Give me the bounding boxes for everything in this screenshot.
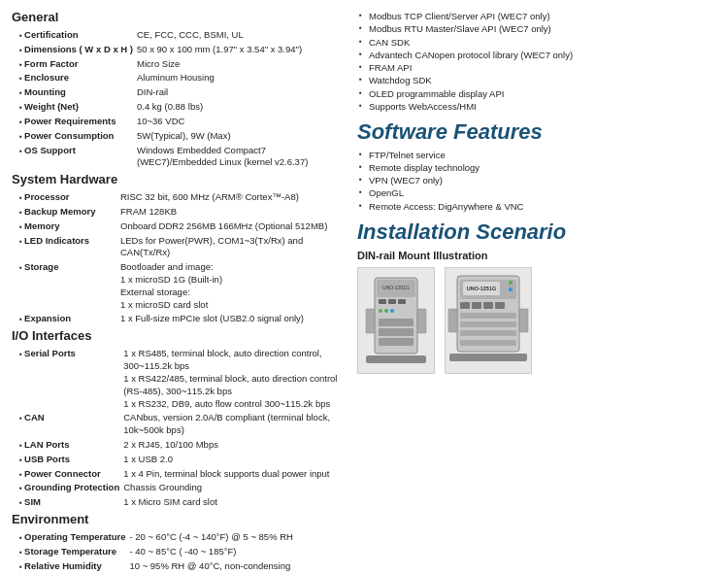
spec-value: RISC 32 bit, 600 MHz (ARM® Cortex™-A8) [118, 190, 342, 205]
table-row: Grounding ProtectionChassis Grounding [12, 481, 342, 495]
software-features-section: Software Features FTP/Telnet serviceRemo… [357, 120, 716, 213]
svg-rect-25 [460, 321, 516, 327]
svg-rect-10 [379, 328, 414, 336]
system-hardware-title: System Hardware [12, 172, 342, 186]
spec-label: LAN Ports [12, 438, 121, 453]
spec-label: Power Connector [12, 467, 121, 482]
table-row: StorageBootloader and image: 1 x microSD… [12, 260, 342, 312]
spec-value: Chassis Grounding [121, 481, 342, 495]
svg-rect-26 [460, 330, 516, 336]
spec-value: CANbus, version 2.0A/B compliant (termin… [121, 411, 342, 438]
spec-label: CAN [12, 411, 121, 438]
spec-value: 2 x RJ45, 10/100 Mbps [121, 438, 342, 453]
list-item: FRAM API [357, 61, 716, 74]
svg-rect-0 [366, 355, 426, 363]
environment-table: Operating Temperature- 20 ~ 60°C (-4 ~ 1… [12, 530, 342, 574]
list-item: Watchdog SDK [357, 74, 716, 86]
svg-rect-9 [379, 319, 414, 326]
device-image-left: UNO-1251G [357, 267, 435, 374]
spec-label: Storage Temperature [12, 545, 127, 559]
device-image-right: UNO-1251G [445, 267, 532, 374]
spec-label: Serial Ports [12, 347, 121, 411]
din-rail-illustration: UNO-1251G [357, 267, 716, 374]
spec-label: Grounding Protection [12, 481, 121, 495]
spec-value: 1 x Full-size mPCIe slot (USB2.0 signal … [118, 312, 342, 326]
spec-label: LED Indicators [12, 234, 118, 261]
spec-label: Enclosure [12, 71, 135, 85]
spec-label: Operating Temperature [12, 530, 127, 545]
svg-rect-23 [495, 302, 505, 309]
spec-label: Memory [12, 219, 118, 234]
svg-rect-30 [448, 309, 457, 332]
spec-label: Expansion [12, 312, 118, 326]
table-row: MountingDIN-rail [12, 85, 342, 100]
spec-value: 1 x RS485, terminal block, auto directio… [121, 347, 342, 411]
system-hardware-table: ProcessorRISC 32 bit, 600 MHz (ARM® Cort… [12, 190, 342, 326]
spec-value: 10~36 VDC [135, 115, 342, 129]
svg-rect-4 [388, 299, 396, 304]
svg-rect-24 [460, 313, 516, 319]
spec-value: Aluminum Housing [135, 71, 342, 85]
table-row: Power Requirements10~36 VDC [12, 115, 342, 129]
spec-label: SIM [12, 495, 121, 510]
spec-label: Dimensions ( W x D x H ) [12, 43, 135, 57]
table-row: USB Ports1 x USB 2.0 [12, 453, 342, 467]
spec-value: 1 x 4 Pin, terminal block supports dual … [121, 467, 342, 482]
io-interfaces-title: I/O Interfaces [12, 328, 342, 343]
table-row: LAN Ports2 x RJ45, 10/100 Mbps [12, 438, 342, 453]
din-rail-subtitle: DIN-rail Mount Illustration [357, 250, 716, 261]
spec-label: OS Support [12, 144, 135, 171]
list-item: OLED programmable display API [357, 87, 716, 100]
environment-section: Environment Operating Temperature- 20 ~ … [12, 512, 342, 574]
table-row: LED IndicatorsLEDs for Power(PWR), COM1~… [12, 234, 342, 261]
spec-value: 1 x USB 2.0 [121, 453, 342, 467]
device-svg-left: UNO-1251G [361, 270, 431, 372]
spec-value: - 20 ~ 60°C (-4 ~ 140°F) @ 5 ~ 85% RH [127, 530, 342, 545]
svg-point-8 [390, 309, 394, 313]
installation-scenario-title: Installation Scenario [357, 220, 716, 244]
svg-rect-21 [472, 302, 481, 309]
svg-point-29 [509, 287, 513, 291]
spec-label: Weight (Net) [12, 100, 135, 115]
spec-value: 10 ~ 95% RH @ 40°C, non-condensing [127, 559, 342, 574]
list-item: Modbus RTU Master/Slave API (WEC7 only) [357, 22, 716, 35]
environment-title: Environment [12, 512, 342, 526]
spec-label: Power Consumption [12, 129, 135, 144]
table-row: CANCANbus, version 2.0A/B compliant (ter… [12, 411, 342, 438]
table-row: OS SupportWindows Embedded Compact7 (WEC… [12, 144, 342, 171]
spec-value: 50 x 90 x 100 mm (1.97" x 3.54" x 3.94") [135, 43, 342, 57]
table-row: Form FactorMicro Size [12, 57, 342, 72]
spec-label: Certification [12, 28, 135, 43]
spec-label: Mounting [12, 85, 135, 100]
api-bullets-list: Modbus TCP Client/Server API (WEC7 only)… [357, 10, 716, 113]
list-item: OpenGL [357, 186, 716, 199]
svg-rect-3 [379, 299, 386, 304]
general-title: General [12, 10, 342, 24]
spec-label: Storage [12, 260, 118, 312]
general-table: CertificationCE, FCC, CCC, BSMI, ULDimen… [12, 28, 342, 170]
list-item: Remote display technology [357, 161, 716, 174]
table-row: ProcessorRISC 32 bit, 600 MHz (ARM® Cort… [12, 190, 342, 205]
table-row: SIM1 x Micro SIM card slot [12, 495, 342, 510]
table-row: Weight (Net)0.4 kg (0.88 lbs) [12, 100, 342, 115]
spec-value: DIN-rail [135, 85, 342, 100]
svg-text:UNO-1251G: UNO-1251G [382, 285, 410, 290]
spec-label: Processor [12, 190, 118, 205]
list-item: Advantech CANopen protocol library (WEC7… [357, 49, 716, 61]
spec-value: CE, FCC, CCC, BSMI, UL [135, 28, 342, 43]
svg-point-7 [384, 309, 388, 313]
list-item: Modbus TCP Client/Server API (WEC7 only) [357, 10, 716, 22]
table-row: Storage Temperature- 40 ~ 85°C ( -40 ~ 1… [12, 545, 342, 559]
table-row: EnclosureAluminum Housing [12, 71, 342, 85]
spec-value: 1 x Micro SIM card slot [121, 495, 342, 510]
software-features-title: Software Features [357, 120, 716, 144]
content-area: General CertificationCE, FCC, CCC, BSMI,… [0, 0, 728, 574]
list-item: CAN SDK [357, 36, 716, 49]
spec-label: Backup Memory [12, 205, 118, 219]
right-column: Modbus TCP Client/Server API (WEC7 only)… [357, 10, 716, 574]
device-svg-right: UNO-1251G [446, 268, 531, 373]
svg-rect-13 [417, 309, 426, 333]
spec-label: Relative Humidity [12, 559, 127, 574]
table-row: CertificationCE, FCC, CCC, BSMI, UL [12, 28, 342, 43]
svg-rect-22 [483, 302, 493, 309]
